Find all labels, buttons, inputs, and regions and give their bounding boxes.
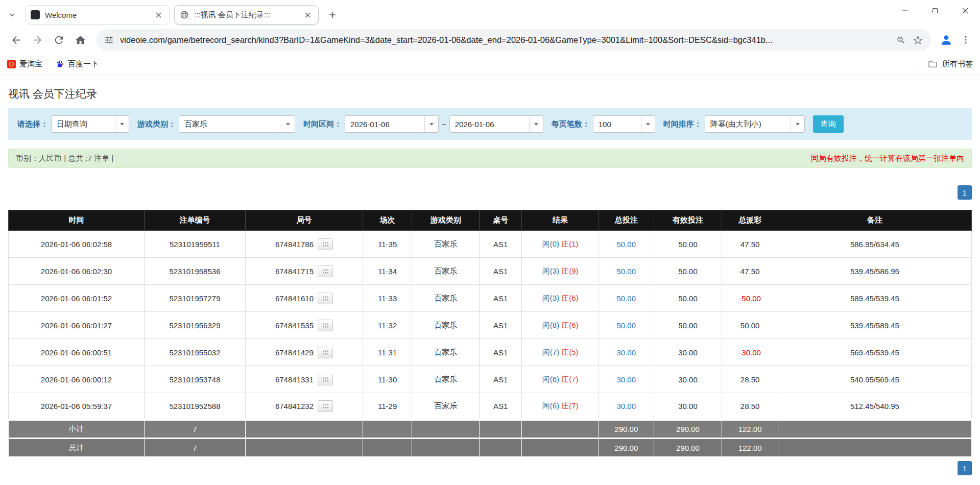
total-bet-link[interactable]: 50.00 (617, 321, 636, 330)
col-header-session: 场次 (363, 210, 412, 231)
zoom-icon[interactable] (896, 35, 906, 45)
tab-close-icon[interactable] (153, 9, 164, 20)
table-row: 2026-01-06 06:01:52523101957279674841610… (9, 285, 972, 312)
sort-select[interactable]: 降幂(由大到小) (705, 115, 805, 133)
payout-value: 28.50 (740, 402, 760, 410)
forward-icon[interactable] (27, 29, 48, 51)
subtotal-row-count: 7 (144, 420, 245, 439)
pagination-top: 1 (8, 185, 972, 200)
all-bookmarks[interactable]: 所有书签 (919, 59, 973, 70)
date-end-select[interactable]: 2026-01-06 (449, 115, 543, 133)
round-result-dice-icon[interactable] (318, 347, 333, 358)
cell-time: 2026-01-06 06:02:58 (9, 231, 145, 258)
back-icon[interactable] (5, 29, 27, 51)
cell-note: 589.45/539.45 (778, 285, 971, 312)
round-number: 674841786 (275, 240, 314, 249)
search-button[interactable]: 查询 (813, 115, 844, 133)
cell-time: 2026-01-06 06:01:27 (9, 312, 145, 339)
cell-session: 11-31 (363, 339, 412, 366)
maximize-button[interactable] (920, 0, 950, 21)
round-result-dice-icon[interactable] (318, 400, 333, 412)
empty-cell (778, 439, 971, 457)
warning-text: 同局有效投注，统一计算在该局第一张注单内 (811, 154, 964, 163)
bookmark-star-icon[interactable] (913, 35, 923, 45)
cell-total-bet: 50.00 (599, 231, 654, 258)
payout-value: -50.00 (739, 294, 761, 303)
browser-tab-betrecord[interactable]: :::视讯 会员下注纪录::: (174, 5, 319, 25)
round-result-dice-icon[interactable] (318, 238, 333, 250)
tab-search-chevron-icon[interactable] (4, 7, 20, 23)
cell-total-bet: 30.00 (599, 339, 654, 366)
cell-total-bet: 30.00 (599, 366, 654, 393)
empty-cell (480, 420, 522, 439)
per-page-select[interactable]: 100 (593, 115, 655, 133)
cell-table-no: AS1 (480, 339, 522, 366)
cell-game-kind: 百家乐 (412, 231, 480, 258)
chevron-down-icon (791, 116, 804, 132)
taobao-icon (7, 60, 16, 68)
col-header-table-no: 桌号 (480, 210, 522, 231)
round-result-dice-icon[interactable] (318, 374, 333, 385)
currency-summary-text: 币别：人民币 | 总共 :7 注单 | (16, 154, 113, 163)
cell-time: 2026-01-06 06:01:52 (9, 285, 145, 312)
page-1-button[interactable]: 1 (958, 461, 972, 475)
cell-round: 674841331 (245, 366, 363, 393)
result-banker: 庄(6) (561, 294, 578, 302)
cell-round: 674841429 (245, 339, 363, 366)
col-header-game-kind: 游戏类别 (412, 210, 480, 231)
sort-value: 降幂(由大到小) (705, 116, 791, 132)
total-bet-link[interactable]: 50.00 (617, 267, 636, 276)
profile-icon[interactable] (936, 30, 957, 50)
result-player: 闲(3) (542, 266, 559, 275)
empty-cell (412, 420, 480, 439)
cell-result: 闲(0) 庄(1) (522, 231, 599, 258)
round-result-dice-icon[interactable] (318, 293, 333, 304)
query-type-value: 日期查询 (52, 116, 115, 132)
tab-strip: Welcome :::视讯 会员下注纪录::: + (0, 0, 980, 26)
bookmark-label: 百度一下 (68, 59, 99, 69)
date-start-select[interactable]: 2026-01-06 (345, 115, 439, 133)
cell-bet-id: 523101955032 (144, 339, 245, 366)
cell-total-bet: 50.00 (599, 258, 654, 285)
col-header-bet-id: 注单编号 (144, 210, 245, 231)
cell-bet-id: 523101956329 (144, 312, 245, 339)
minimize-button[interactable] (890, 0, 920, 21)
cell-time: 2026-01-06 05:59:37 (9, 393, 145, 420)
refresh-icon[interactable] (48, 29, 69, 51)
site-info-icon[interactable] (104, 35, 114, 45)
total-bet-link[interactable]: 50.00 (617, 294, 636, 303)
result-banker: 庄(9) (561, 266, 578, 275)
round-result-dice-icon[interactable] (318, 320, 333, 331)
empty-cell (480, 439, 522, 457)
globe-icon (180, 10, 189, 19)
total-bet-link[interactable]: 30.00 (617, 375, 636, 384)
total-bet-link[interactable]: 50.00 (617, 240, 636, 249)
url-text[interactable]: videoie.com/game/betrecord_search/kind3?… (120, 35, 890, 45)
total-bet-link[interactable]: 30.00 (617, 348, 636, 357)
per-page-value: 100 (593, 116, 641, 132)
query-type-label: 请选择： (17, 119, 48, 129)
total-bet-link[interactable]: 30.00 (617, 402, 636, 410)
cell-note: 586.95/634.45 (778, 231, 971, 258)
close-button[interactable] (950, 0, 980, 21)
page-1-button[interactable]: 1 (958, 185, 972, 200)
query-type-select[interactable]: 日期查询 (51, 115, 129, 133)
cell-total-bet: 30.00 (599, 393, 654, 420)
bookmark-baidu[interactable]: 百度一下 (56, 59, 99, 69)
cell-game-kind: 百家乐 (412, 312, 480, 339)
result-player: 闲(8) (542, 321, 559, 329)
browser-tab-welcome[interactable]: Welcome (25, 5, 170, 25)
pagination-bottom: 1 (8, 461, 972, 475)
url-bar[interactable]: videoie.com/game/betrecord_search/kind3?… (96, 29, 931, 51)
cell-time: 2026-01-06 06:02:30 (9, 258, 145, 285)
round-result-dice-icon[interactable] (318, 265, 333, 277)
new-tab-button[interactable]: + (324, 6, 341, 23)
tab-close-icon[interactable] (302, 9, 313, 20)
subtotal-row-payout: 122.00 (722, 420, 778, 439)
bookmark-taobao[interactable]: 爱淘宝 (7, 59, 42, 69)
date-end-value: 2026-01-06 (450, 116, 529, 132)
browser-menu-icon[interactable] (957, 30, 975, 50)
home-icon[interactable] (69, 29, 91, 51)
chevron-down-icon (529, 116, 543, 132)
game-kind-select[interactable]: 百家乐 (179, 115, 295, 133)
